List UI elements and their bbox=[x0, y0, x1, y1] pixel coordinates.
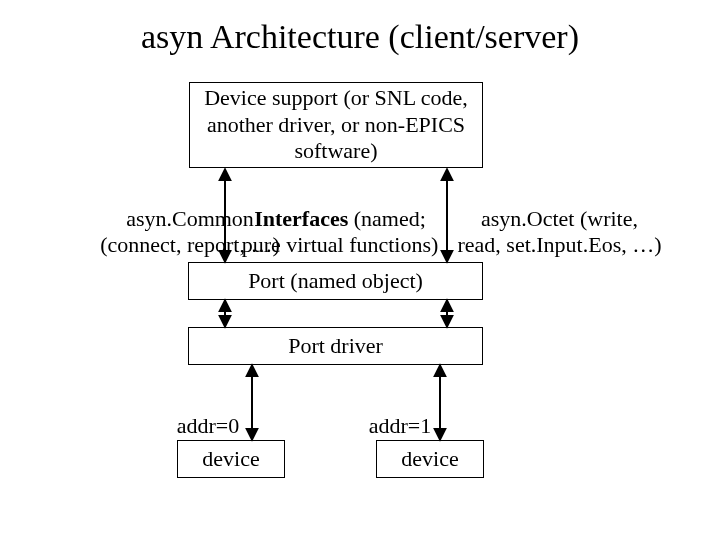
asynoctet-line2: read, set.Input.Eos, …) bbox=[457, 232, 661, 257]
device1-box: device bbox=[376, 440, 484, 478]
interfaces-rest: (named; bbox=[348, 206, 426, 231]
port-driver-box: Port driver bbox=[188, 327, 483, 365]
addr1-label: addr=1 bbox=[360, 413, 440, 439]
port-box-text: Port (named object) bbox=[248, 268, 423, 294]
interfaces-line2: pure virtual functions) bbox=[242, 232, 439, 257]
asynoctet-label: asyn.Octet (write, read, set.Input.Eos, … bbox=[447, 206, 672, 259]
port-box: Port (named object) bbox=[188, 262, 483, 300]
asynoctet-line1: asyn.Octet (write, bbox=[481, 206, 638, 231]
interfaces-label: Interfaces (named; pure virtual function… bbox=[235, 206, 445, 259]
port-driver-box-text: Port driver bbox=[288, 333, 383, 359]
device0-box: device bbox=[177, 440, 285, 478]
device1-text: device bbox=[401, 446, 458, 472]
slide-title: asyn Architecture (client/server) bbox=[0, 18, 720, 56]
device0-text: device bbox=[202, 446, 259, 472]
addr0-label: addr=0 bbox=[168, 413, 248, 439]
client-box: Device support (or SNL code, another dri… bbox=[189, 82, 483, 168]
slide: asyn Architecture (client/server) Device… bbox=[0, 0, 720, 540]
interfaces-name: Interfaces bbox=[254, 206, 348, 231]
client-box-text: Device support (or SNL code, another dri… bbox=[200, 85, 472, 164]
